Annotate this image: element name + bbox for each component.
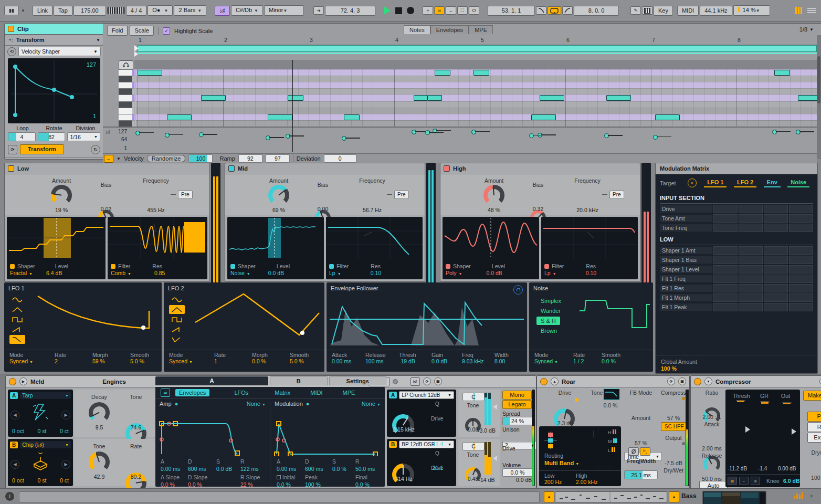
clip-header[interactable]: Clip [5,24,103,35]
velocity-shaper-curve[interactable]: 127 1 [8,58,100,123]
mix-a-level-handle[interactable] [493,404,497,410]
piano-key[interactable] [119,120,132,127]
engine-b-next-icon[interactable]: ▶ [61,460,70,469]
mid-filter-display[interactable]: FilterRes Lp▼0.10 [326,217,423,279]
mid-filter-enable[interactable] [329,264,334,269]
env-link-icon[interactable]: ⇌ [161,388,170,397]
mid-shaper-type[interactable]: Noise [230,270,245,276]
matrix-cell[interactable] [764,256,788,264]
envf-attack-value[interactable]: 0.00 ms [332,358,365,364]
noise-smooth-value[interactable]: 0.0 % [602,358,639,364]
subtab-mpe[interactable]: MPE [339,389,359,396]
mod-s-value[interactable]: 0.0 % [332,466,355,472]
matrix-cell[interactable] [764,284,788,292]
transfer-curve-icon[interactable]: ⌐ [739,477,749,485]
clip-overview-toggle[interactable]: ▲ [544,491,554,502]
scale-aware-icon[interactable]: ♭♯ [410,377,420,386]
time-signature-field[interactable]: 4 / 4 [126,6,146,16]
lfo2-morph-value[interactable]: 0.0 % [252,358,290,364]
midi-note[interactable] [473,70,489,76]
randomize-button[interactable]: Randomize [147,155,186,162]
amp-dslope-value[interactable]: 0.0 % [188,481,216,488]
piano-key[interactable] [119,82,132,88]
engine-a-knob1[interactable] [89,402,110,423]
meld-save-preset-icon[interactable]: ▣ [434,377,442,385]
punch-in-icon[interactable] [536,6,546,15]
engine-a-prev-icon[interactable]: ◀ [10,411,19,419]
noise-rate-value[interactable]: 1 / 2 [573,358,602,364]
new-midi-icon[interactable]: ＋ [423,6,433,15]
thresh-value[interactable]: -11.2 dB [728,466,747,471]
envf-release-value[interactable]: 100 ms [365,358,399,364]
lfo2-waveform-display[interactable] [191,290,320,346]
preview-headphone-button[interactable] [119,60,133,70]
draw-mode-icon[interactable]: ⛶ [457,6,468,15]
matrix-cell[interactable] [764,275,788,283]
matrix-cell[interactable] [713,284,738,292]
matrix-cell[interactable] [764,214,788,223]
engine-a-oct[interactable]: 0 oct [12,428,24,434]
low-band-enable[interactable] [8,165,14,172]
matrix-source-noise[interactable]: Noise [787,179,809,187]
loop-start-field[interactable]: 53. 1. 1 [488,6,535,16]
piano-key[interactable] [119,76,132,82]
roar-save-preset-icon[interactable]: ▣ [678,377,686,385]
matrix-source-lfo2[interactable]: LFO 2 [734,179,756,187]
mix-b-level-handle[interactable] [493,456,497,461]
matrix-cell[interactable] [764,246,788,255]
amp-a-value[interactable]: 0.00 ms [161,466,188,472]
track-name[interactable]: Bass [681,492,697,500]
quantize-menu[interactable]: 2 Bars▼ [174,5,206,16]
legato-button[interactable]: Legato [502,400,532,409]
high-shaper-type[interactable]: Poly [446,270,456,276]
groove-amount-button[interactable]: O● ▼ [148,5,173,16]
filter-b-freq-knob[interactable] [392,464,414,486]
high-level-value[interactable]: 0.0 dB [486,270,502,276]
matrix-cell[interactable] [713,275,738,283]
scale-menu[interactable]: Minor▼ [264,5,304,16]
meld-hot-swap-icon[interactable]: ⟳ [423,377,431,385]
roar-hot-swap-icon[interactable]: ⟳ [667,377,675,385]
matrix-cell[interactable] [739,293,763,302]
mid-shaper-enable[interactable] [230,264,235,269]
matrix-cell[interactable] [713,293,738,302]
piano-key[interactable] [119,88,132,94]
track-meter-icon[interactable] [794,492,803,499]
mid-band-enable[interactable] [228,165,235,172]
routing-mode-menu[interactable]: Multi Band ▼ [544,460,579,466]
matrix-cell[interactable] [739,275,763,283]
low-shaper-display[interactable]: ShaperLevel Fractal▼6.4 dB [7,217,106,279]
midi-note[interactable] [427,95,442,101]
noise-type-simplex[interactable]: Simplex [536,297,565,305]
square-wave-icon[interactable] [9,315,25,324]
low-filter-enable[interactable] [111,264,115,269]
filter-a-badge[interactable]: A [389,392,397,398]
nudge-down-icon[interactable] [107,7,115,14]
low-shaper-enable[interactable] [10,264,15,269]
filter-a-type-menu[interactable]: LP Crunch 12dB▼ [399,391,454,399]
loop-switch-icon[interactable] [548,6,561,15]
roar-tone-filter-button[interactable] [603,388,620,400]
mod-initial-value[interactable]: 0.0 % [277,481,305,488]
midi-note[interactable] [435,70,450,76]
high-filter-type[interactable]: Lp [544,270,551,276]
mix-b-pan[interactable]: C [462,442,485,450]
out-value[interactable]: 0.00 dB [778,466,796,471]
matrix-cell[interactable] [789,246,813,255]
midi-note[interactable] [288,95,303,101]
computer-midi-keyboard-icon[interactable] [642,6,652,15]
lane-collapse-icon[interactable]: ▼ [117,156,121,161]
high-shaper-display[interactable]: ShaperLevel Poly▼0.0 dB [443,217,539,279]
tempo-field[interactable]: 175.00 [73,6,106,16]
compressor-fold-icon[interactable]: ▼ [704,377,712,385]
matrix-cell[interactable] [764,265,788,274]
low-amount-knob[interactable] [51,185,72,206]
envf-width-value[interactable]: 8.00 [494,358,518,364]
punch-out-icon[interactable] [562,6,573,15]
transform-collapse-icon[interactable]: ▼ [96,38,100,43]
mix-a-pan[interactable]: C [462,393,485,401]
mono-button[interactable]: Mono [502,391,532,400]
menu-icon[interactable] [807,8,816,13]
midi-map-button[interactable]: MIDI [677,6,699,16]
mid-amount-knob[interactable] [268,185,289,206]
